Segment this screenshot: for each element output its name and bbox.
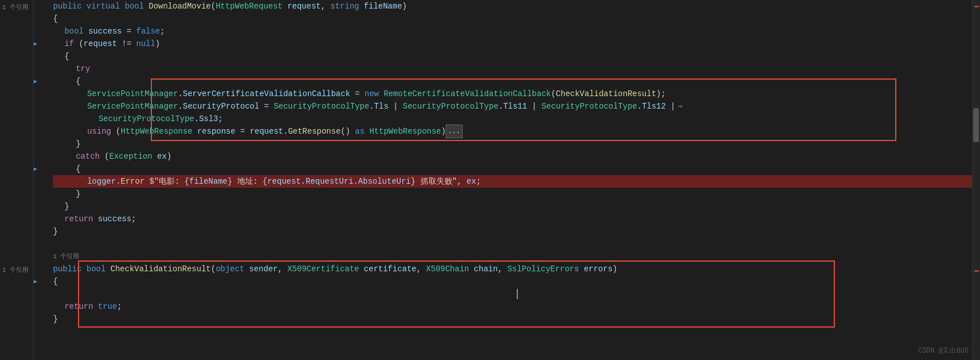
code-line-6: try	[53, 63, 980, 75]
code-line-18: return success ;	[53, 213, 980, 225]
code-line-25: return true ;	[53, 300, 980, 313]
code-line-22: public bool CheckValidationResult ( obje…	[53, 263, 980, 275]
keyword-bool: bool	[125, 0, 149, 13]
scrollbar[interactable]	[972, 0, 980, 360]
code-line-19: }	[53, 225, 980, 238]
code-line-16: }	[53, 188, 980, 200]
code-line-2: {	[53, 13, 980, 25]
code-line-17: }	[53, 200, 980, 213]
code-content: public virtual bool DownloadMovie ( Http…	[44, 0, 980, 360]
code-line-20	[53, 238, 980, 250]
code-line-9: ServicePointManager . SecurityProtocol =…	[53, 100, 980, 113]
keyword-virtual: virtual	[87, 0, 125, 13]
code-line-26: }	[53, 313, 980, 325]
code-line-8: ServicePointManager . ServerCertificateV…	[53, 88, 980, 100]
code-line-23: {	[53, 275, 980, 288]
code-line-12: }	[53, 138, 980, 150]
code-line-5: {	[53, 50, 980, 63]
code-line-ref2: 1 个引用	[53, 250, 980, 263]
code-line-11: using ( HttpWebResponse response = reque…	[53, 125, 980, 138]
scrollbar-thumb[interactable]	[973, 108, 979, 142]
method-name: DownloadMovie	[149, 0, 211, 13]
code-line-4: if ( request != null )	[53, 38, 980, 50]
minimap-indicator-1	[974, 6, 979, 7]
code-line-1: public virtual bool DownloadMovie ( Http…	[53, 0, 980, 13]
line-numbers: 1 个引用 1 个引用	[0, 0, 34, 360]
code-line-3: bool success = false ;	[53, 25, 980, 38]
code-line-10: SecurityProtocolType . Ssl3 ;	[53, 113, 980, 125]
minimap-indicator-2	[974, 270, 979, 272]
code-line-14: {	[53, 163, 980, 175]
keyword-public: public	[53, 0, 87, 13]
code-line-7: {	[53, 75, 980, 88]
code-line-13: catch ( Exception ex )	[53, 150, 980, 163]
code-editor: 1 个引用 1 个引用 ▶ ▶	[0, 0, 980, 360]
code-line-15: logger . Error $" 电影: { fileName } 地址: {…	[53, 175, 980, 188]
cursor-caret	[517, 289, 518, 299]
watermark: CSDN @又出BUG	[918, 346, 969, 355]
collapse-indicator[interactable]: ...	[446, 125, 463, 138]
left-margin: ▶ ▶ ▶ ▶	[34, 0, 44, 360]
code-line-24	[53, 288, 980, 300]
